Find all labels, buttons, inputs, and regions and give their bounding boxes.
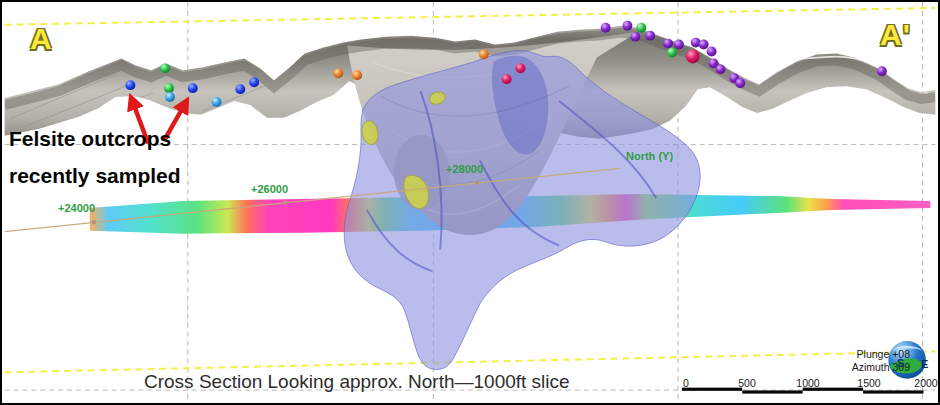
viewport-3d[interactable]: [2, 2, 938, 403]
sample-point-purple[interactable]: [707, 47, 717, 57]
sample-point-crimson[interactable]: [502, 74, 512, 84]
sample-point-purple[interactable]: [699, 40, 709, 50]
sample-point-purple[interactable]: [630, 32, 640, 42]
sample-point-blue[interactable]: [125, 80, 135, 90]
scalebar-label-1000: 1000: [786, 377, 830, 389]
sample-point-purple[interactable]: [716, 64, 726, 74]
axis-name-north-y: North (Y): [626, 150, 673, 162]
sample-point-crimson[interactable]: [686, 50, 700, 64]
sample-point-cyan[interactable]: [212, 97, 222, 107]
axis-tick-28000: +28000: [446, 163, 483, 175]
figure-caption: Cross Section Looking approx. North—1000…: [144, 371, 570, 393]
sample-point-purple[interactable]: [663, 39, 673, 49]
sample-point-blue[interactable]: [249, 77, 259, 87]
scalebar-label-2000: 2000: [904, 377, 940, 389]
sample-point-orange[interactable]: [352, 70, 362, 80]
section-label-a-prime: A': [880, 18, 911, 52]
axis-tick-26000: +26000: [251, 183, 288, 195]
sample-point-blue[interactable]: [235, 84, 245, 94]
globe-letter-e: E: [921, 358, 928, 370]
annotation-line2: recently sampled: [9, 164, 181, 188]
sample-point-orange[interactable]: [333, 68, 343, 78]
section-label-a: A: [30, 22, 53, 56]
sample-point-orange[interactable]: [479, 50, 489, 60]
sample-point-green[interactable]: [636, 23, 646, 33]
sample-point-cyan[interactable]: [165, 92, 175, 102]
sample-point-purple[interactable]: [601, 23, 611, 33]
sample-point-green[interactable]: [164, 83, 174, 93]
annotation-line1: Felsite outcrops: [9, 127, 171, 151]
scalebar-label-0: 0: [664, 377, 708, 389]
sample-point-purple[interactable]: [735, 78, 745, 88]
sample-point-purple[interactable]: [674, 40, 684, 50]
cross-section-figure: A A' Felsite outcrops recently sampled +…: [0, 0, 940, 405]
scalebar-label-500: 500: [725, 377, 769, 389]
sample-point-green[interactable]: [667, 48, 677, 58]
sample-point-purple[interactable]: [877, 66, 887, 76]
sample-point-purple[interactable]: [645, 31, 655, 41]
sample-point-blue[interactable]: [188, 83, 198, 93]
scalebar-label-1500: 1500: [847, 377, 891, 389]
sample-point-crimson[interactable]: [516, 63, 526, 73]
sample-point-green[interactable]: [160, 63, 170, 73]
sample-point-purple[interactable]: [622, 21, 632, 31]
globe-letter-s: S: [897, 357, 904, 369]
axis-tick-24000: +24000: [58, 202, 95, 214]
